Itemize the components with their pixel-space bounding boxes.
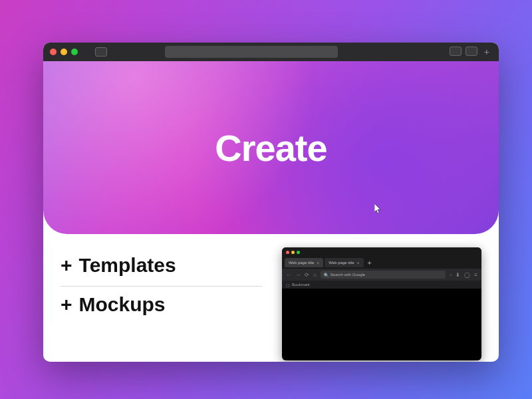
- close-tab-icon[interactable]: ×: [317, 261, 319, 265]
- search-placeholder: Search with Google: [331, 273, 365, 277]
- reload-icon[interactable]: ⟳: [305, 272, 309, 278]
- sidebar-toggle-icon[interactable]: [95, 47, 107, 57]
- mockup-tab[interactable]: Web page title ×: [325, 258, 363, 267]
- close-icon[interactable]: [50, 49, 57, 55]
- minimize-icon[interactable]: [61, 49, 67, 55]
- mockup-bookmarks-bar: ▢ Bookmark: [282, 281, 481, 289]
- tab-label: Web page title: [289, 261, 314, 265]
- close-tab-icon[interactable]: ×: [357, 261, 360, 265]
- plus-icon: +: [61, 293, 72, 316]
- home-icon[interactable]: ⌂: [313, 272, 317, 278]
- bookmark-label[interactable]: Bookmark: [292, 283, 310, 287]
- account-icon[interactable]: ◯: [464, 272, 470, 278]
- tabs-icon[interactable]: [466, 47, 477, 56]
- maximize-icon[interactable]: [71, 49, 78, 55]
- plus-icon: +: [61, 254, 72, 277]
- folder-icon: ▢: [286, 283, 290, 287]
- extension-icon[interactable]: ▫: [450, 272, 452, 278]
- tab-label: Web page title: [329, 261, 354, 265]
- mockup-address-bar[interactable]: 🔍 Search with Google: [321, 271, 446, 279]
- menu-icon[interactable]: ≡: [474, 272, 477, 278]
- downloads-icon[interactable]: ⬇: [456, 272, 460, 278]
- address-bar[interactable]: [165, 46, 338, 58]
- feature-item-templates[interactable]: + Templates: [61, 247, 262, 286]
- main-titlebar: +: [43, 43, 499, 61]
- forward-icon[interactable]: →: [295, 272, 301, 278]
- cursor-icon: [374, 203, 382, 214]
- search-icon: 🔍: [324, 273, 329, 277]
- new-tab-icon[interactable]: +: [481, 47, 492, 57]
- feature-list: + Templates + Mockups: [61, 247, 262, 360]
- mockup-browser-window: Web page title × Web page title × + ← → …: [282, 247, 481, 360]
- mockup-tab[interactable]: Web page title ×: [285, 258, 323, 267]
- share-icon[interactable]: [450, 47, 462, 56]
- close-icon[interactable]: [286, 251, 289, 254]
- mockup-toolbar: ← → ⟳ ⌂ 🔍 Search with Google ▫ ⬇ ◯ ≡: [282, 269, 481, 281]
- mockup-tabstrip: Web page title × Web page title × +: [282, 257, 481, 269]
- minimize-icon[interactable]: [291, 251, 295, 254]
- feature-label: Mockups: [79, 293, 166, 316]
- feature-label: Templates: [79, 254, 176, 277]
- feature-item-mockups[interactable]: + Mockups: [61, 287, 262, 325]
- back-icon[interactable]: ←: [286, 272, 291, 278]
- new-tab-icon[interactable]: +: [365, 259, 374, 267]
- mockup-titlebar: [282, 247, 481, 257]
- hero-section: Create: [43, 61, 499, 234]
- hero-title: Create: [215, 126, 327, 170]
- main-browser-window: + Create + Templates + Mockups: [43, 43, 499, 362]
- content-section: + Templates + Mockups Web page title ×: [43, 234, 499, 362]
- maximize-icon[interactable]: [297, 251, 300, 254]
